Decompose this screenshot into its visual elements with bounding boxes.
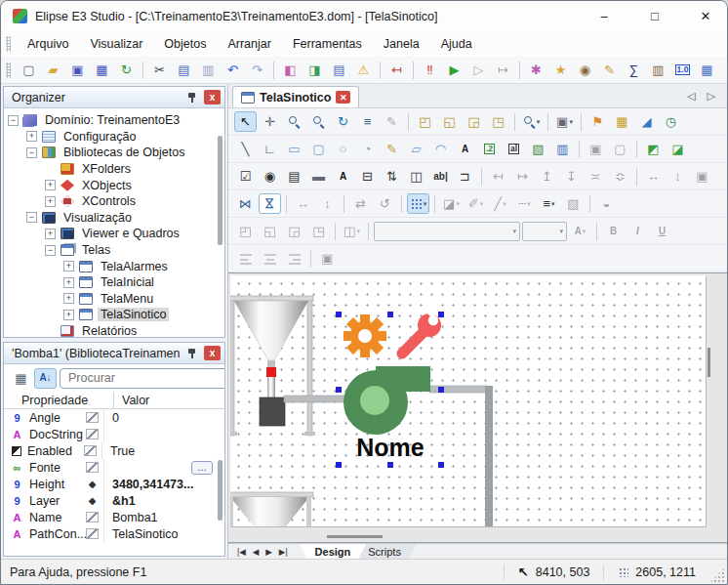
line-width-button[interactable]: ≡▾ <box>538 193 560 214</box>
draw-setpoint-button[interactable]: al <box>503 139 525 159</box>
paste-button[interactable]: ▥ <box>197 60 220 80</box>
draw-polygon-button[interactable]: ▱ <box>405 139 427 159</box>
bottom-tab-design[interactable]: Design <box>300 544 367 559</box>
search-input[interactable] <box>66 370 225 386</box>
draw-line-button[interactable]: ╲ <box>234 139 257 159</box>
tree-expander[interactable]: + <box>26 131 37 142</box>
save-button[interactable]: ▣ <box>66 60 89 80</box>
open-button[interactable]: ▰ <box>42 60 64 80</box>
wrench-icon[interactable] <box>402 300 441 354</box>
tree-item-xobjects[interactable]: +XObjects <box>4 177 224 193</box>
cut-button[interactable]: ✂ <box>148 60 171 80</box>
source-mode-icon[interactable]: ◆ <box>86 495 99 506</box>
menu-ajuda[interactable]: Ajuda <box>431 37 482 51</box>
insert-database-button[interactable]: ▦ <box>611 111 633 132</box>
selection-handle[interactable] <box>336 312 342 317</box>
disconnect-objects-button[interactable]: ◪ <box>667 139 689 159</box>
insert-combobox-button[interactable]: ⊟ <box>356 166 379 187</box>
hopper2-graphic[interactable] <box>230 492 313 526</box>
draw-display-button[interactable]: .2 <box>478 139 501 159</box>
gear-icon[interactable] <box>344 314 386 357</box>
property-row-docstring[interactable]: ADocString <box>4 426 224 442</box>
edit-mode-icon[interactable] <box>86 462 99 473</box>
select-button[interactable]: ↖ <box>234 111 257 132</box>
tree-item-visualiza-o[interactable]: −Visualização <box>4 210 224 227</box>
show-values-button[interactable]: 1.0 <box>671 60 694 80</box>
tree-expander[interactable]: − <box>45 245 56 256</box>
tree-item-telas[interactable]: −Telas <box>4 242 224 259</box>
draw-ellipse-button[interactable]: ○ <box>332 139 354 159</box>
column-propriedade[interactable]: Propriedade <box>4 394 113 407</box>
zoom-area-button[interactable] <box>307 111 330 132</box>
tree-item-telasinotico[interactable]: +TelaSinotico <box>4 307 224 323</box>
tree-expander[interactable]: + <box>63 293 74 304</box>
selection-handle[interactable] <box>438 312 444 317</box>
menu-visualizar[interactable]: Visualizar <box>80 37 152 51</box>
tree-item-xfolders[interactable]: XFolders <box>4 161 224 178</box>
connect-objects-button[interactable]: ◩ <box>642 139 665 159</box>
stop-execution-button[interactable]: ‼ <box>419 60 441 80</box>
tree-item-telaalarmes[interactable]: +TelaAlarmes <box>4 258 224 274</box>
zoom-in-button[interactable] <box>283 111 305 132</box>
tab-telasinotico[interactable]: TelaSinotico ✕ <box>232 86 359 107</box>
canvas-vertical-scrollbar[interactable] <box>708 348 710 377</box>
organizer-close-button[interactable]: x <box>204 90 221 104</box>
pan-button[interactable]: ✛ <box>259 111 281 132</box>
insert-checkbox-button[interactable]: ☑ <box>234 166 257 187</box>
property-row-angle[interactable]: 9Angle0 <box>4 409 224 426</box>
property-row-fonte[interactable]: ∞Fonte… <box>4 459 224 476</box>
property-value[interactable]: Bomba1 <box>103 509 224 525</box>
sheet-nav-button-0[interactable]: |◀ <box>237 547 246 557</box>
property-value[interactable]: True <box>101 442 224 459</box>
group-menu-button[interactable]: ▣▾ <box>553 111 576 132</box>
insert-toggle-button[interactable]: ⊐ <box>454 166 476 187</box>
tree-expander[interactable]: + <box>45 196 56 207</box>
insert-label-button[interactable]: A <box>332 166 354 187</box>
insert-chart-button[interactable]: ◢ <box>635 111 658 132</box>
import-object-button[interactable]: ↤ <box>385 60 408 80</box>
domain-options-button[interactable]: ✱ <box>525 60 547 80</box>
insert-screen-button[interactable]: ◨ <box>303 60 326 80</box>
edit-mode-icon[interactable] <box>86 412 99 423</box>
tree-item-telainicial[interactable]: +TelaInicial <box>4 274 224 291</box>
documentation-button[interactable]: ▥ <box>647 60 669 80</box>
menubar-grip[interactable] <box>6 36 11 52</box>
hopper-graphic[interactable] <box>230 296 315 436</box>
property-value[interactable] <box>103 426 224 442</box>
tab-order-button[interactable]: ≡ <box>356 111 379 132</box>
property-row-height[interactable]: 9Height◆3480,341473... <box>4 476 224 492</box>
source-mode-icon[interactable]: ◆ <box>86 479 99 489</box>
organizer-scrollbar[interactable] <box>218 136 222 245</box>
copy-button[interactable]: ▤ <box>173 60 195 80</box>
insert-alarm-button[interactable]: ⚑ <box>586 111 609 132</box>
property-value[interactable]: 3480,341473... <box>103 476 224 492</box>
selection-handle[interactable] <box>387 462 393 468</box>
property-value[interactable]: … <box>103 459 224 476</box>
edit-mode-icon[interactable] <box>84 445 97 456</box>
column-valor[interactable]: Valor <box>113 392 224 408</box>
canvas-horizontal-scrollbar[interactable] <box>327 535 383 538</box>
menu-arquivo[interactable]: Arquivo <box>18 37 78 51</box>
update-server-button[interactable]: ↻ <box>115 60 138 80</box>
center-horizontal-screen-button[interactable]: ⋈ <box>234 193 257 214</box>
selection-handle[interactable] <box>438 387 444 393</box>
property-row-layer[interactable]: 9Layer◆&h1 <box>4 492 224 509</box>
new-document-button[interactable]: ▢ <box>18 60 40 80</box>
close-button[interactable]: ✕ <box>684 1 727 31</box>
properties-close-button[interactable]: x <box>204 346 221 360</box>
insert-updown-button[interactable]: ⇅ <box>381 166 403 187</box>
insert-query-button[interactable]: ◷ <box>660 111 682 132</box>
draw-curve-button[interactable]: ◠ <box>429 139 452 159</box>
pump-graphic[interactable] <box>344 366 430 435</box>
resize-grip[interactable] <box>709 567 725 583</box>
menu-objetos[interactable]: Objetos <box>154 37 216 51</box>
selection-handle[interactable] <box>438 462 444 468</box>
tab-scroll-right-button[interactable]: ▷ <box>708 90 715 103</box>
draw-polyline-button[interactable]: ∟ <box>259 139 281 159</box>
main-toolbar-grip[interactable] <box>6 63 11 78</box>
insert-radio-button[interactable]: ◉ <box>259 166 281 187</box>
draw-arc-button[interactable]: ◔ <box>356 139 379 159</box>
tree-expander[interactable]: + <box>63 261 74 272</box>
zoom-level-button[interactable]: ▾ <box>520 111 543 132</box>
selection-handle[interactable] <box>336 387 342 393</box>
